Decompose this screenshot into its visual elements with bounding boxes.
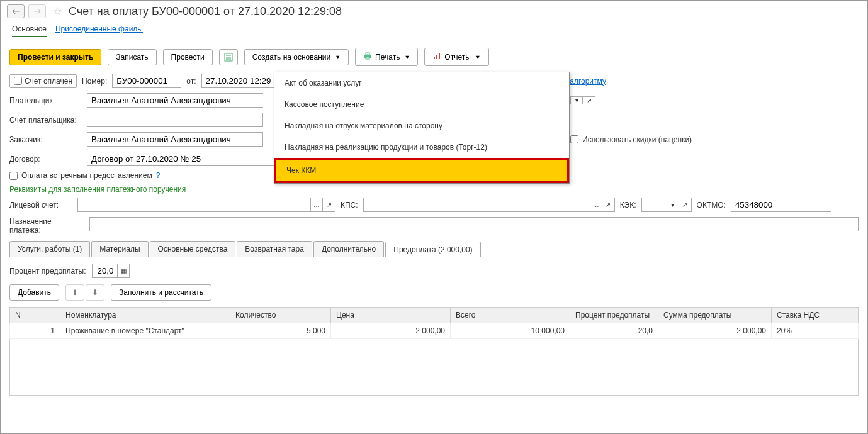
move-down-button[interactable]: ⬇: [86, 284, 104, 301]
cell-qty: 5,000: [230, 323, 331, 339]
help-icon[interactable]: ?: [156, 171, 161, 180]
fill-calc-button[interactable]: Заполнить и рассчитать: [111, 284, 211, 301]
dropdown-item-check-kkm[interactable]: Чек ККМ: [276, 160, 567, 181]
page-title: Счет на оплату БУ00-000001 от 27.10.2020…: [69, 5, 342, 18]
tab-prepayment[interactable]: Предоплата (2 000,00): [385, 242, 480, 257]
cell-price: 2 000,00: [331, 323, 451, 339]
move-up-button[interactable]: ⬆: [65, 284, 84, 301]
payer-account-field[interactable]: [87, 113, 263, 127]
prepayment-table: N Номенклатура Количество Цена Всего Про…: [9, 307, 859, 339]
oktmo-label: ОКТМО:: [697, 201, 726, 209]
nav-tab-attached[interactable]: Присоединенные файлы: [55, 25, 143, 37]
report-icon: [432, 52, 441, 62]
prepay-percent-field[interactable]: [92, 264, 117, 278]
kps-field[interactable]: [363, 198, 590, 212]
customer-label: Заказчик:: [9, 135, 82, 144]
date-label: от:: [186, 77, 196, 86]
dropdown-item-act[interactable]: Акт об оказании услуг: [274, 72, 569, 94]
nav-tab-main[interactable]: Основное: [12, 25, 47, 37]
payer-account-label: Счет плательщика:: [9, 116, 82, 125]
counter-payment-label: Оплата встречным предоставлением: [21, 171, 152, 180]
chevron-down-icon: ▼: [404, 54, 410, 60]
create-based-label: Создать на основании: [252, 53, 331, 62]
purpose-field[interactable]: [89, 217, 859, 231]
list-icon-button[interactable]: [219, 49, 238, 65]
use-discounts-checkbox[interactable]: [570, 135, 578, 143]
add-row-button[interactable]: Добавить: [9, 284, 59, 301]
payer2-dropdown-btn[interactable]: ▾: [570, 96, 583, 104]
th-nomenclature: Номенклатура: [60, 308, 230, 323]
svg-rect-5: [366, 53, 369, 55]
th-price: Цена: [331, 308, 451, 323]
requisites-header: Реквизиты для заполнения платежного пору…: [9, 185, 859, 194]
cell-vat: 20%: [772, 323, 859, 339]
la-open-btn[interactable]: ↗: [323, 198, 335, 212]
oktmo-field[interactable]: [731, 198, 831, 212]
tab-materials[interactable]: Материалы: [91, 241, 148, 257]
back-button[interactable]: 🡠: [7, 4, 25, 18]
kek-field[interactable]: [641, 198, 667, 212]
kek-label: КЭК:: [620, 201, 636, 209]
kps-open-btn[interactable]: ↗: [602, 198, 615, 212]
create-based-dropdown: Акт об оказании услуг Кассовое поступлен…: [274, 72, 570, 184]
dropdown-item-sales[interactable]: Накладная на реализацию продукции и това…: [274, 136, 569, 158]
th-total: Всего: [451, 308, 570, 323]
payer-field[interactable]: [87, 93, 263, 108]
cell-prepay-pct: 20,0: [570, 323, 658, 339]
date-field[interactable]: [201, 74, 277, 88]
reports-button[interactable]: Отчеты ▼: [424, 48, 488, 66]
favorite-icon[interactable]: ☆: [52, 4, 62, 18]
payer-label: Плательщик:: [9, 96, 82, 105]
svg-rect-6: [366, 57, 369, 59]
dropdown-item-material[interactable]: Накладная на отпуск материалов на сторон…: [274, 115, 569, 136]
kek-dropdown-btn[interactable]: ▾: [667, 198, 679, 212]
print-button[interactable]: Печать ▼: [355, 48, 418, 66]
dropdown-item-cash[interactable]: Кассовое поступление: [274, 94, 569, 115]
post-and-close-button[interactable]: Провести и закрыть: [9, 49, 101, 65]
th-n: N: [10, 308, 60, 323]
printer-icon: [363, 52, 372, 62]
use-discounts-label: Использовать скидки (наценки): [582, 135, 692, 144]
paid-label: Счет оплачен: [25, 77, 72, 86]
prepay-percent-label: Процент предоплаты:: [9, 267, 86, 275]
th-prepay-sum: Сумма предоплаты: [658, 308, 772, 323]
prepay-calc-btn[interactable]: ▦: [117, 264, 130, 278]
tab-assets[interactable]: Основные средства: [150, 241, 236, 257]
personal-account-label: Лицевой счет:: [9, 201, 72, 209]
kek-open-btn[interactable]: ↗: [679, 198, 692, 212]
table-row[interactable]: 1Проживание в номере "Стандарт"5,0002 00…: [10, 323, 859, 339]
svg-rect-9: [439, 53, 440, 59]
save-button[interactable]: Записать: [108, 49, 156, 65]
paid-checkbox-wrap[interactable]: Счет оплачен: [9, 74, 77, 88]
cell-n: 1: [10, 323, 60, 339]
tab-services[interactable]: Услуги, работы (1): [9, 241, 90, 257]
print-label: Печать: [375, 53, 400, 62]
customer-field[interactable]: [87, 132, 263, 147]
cell-total: 10 000,00: [451, 323, 570, 339]
tab-tare[interactable]: Возвратная тара: [237, 241, 312, 257]
cell-prepay-sum: 2 000,00: [658, 323, 772, 339]
number-label: Номер:: [82, 77, 107, 86]
purpose-label: Назначение платежа:: [9, 217, 84, 235]
personal-account-field[interactable]: [77, 198, 310, 212]
number-field[interactable]: [112, 74, 181, 88]
paid-checkbox[interactable]: [14, 77, 22, 85]
kps-more-btn[interactable]: …: [590, 198, 602, 212]
chevron-down-icon: ▼: [335, 54, 341, 60]
post-button[interactable]: Провести: [163, 49, 213, 65]
payer2-open-btn[interactable]: ↗: [583, 96, 595, 104]
th-vat: Ставка НДС: [772, 308, 859, 323]
reports-label: Отчеты: [444, 53, 470, 62]
tab-additional[interactable]: Дополнительно: [313, 241, 384, 257]
chevron-down-icon: ▼: [475, 54, 481, 60]
counter-payment-checkbox[interactable]: [9, 172, 18, 180]
create-based-button[interactable]: Создать на основании ▼: [244, 49, 349, 65]
cell-nomenclature: Проживание в номере "Стандарт": [60, 323, 230, 339]
svg-rect-7: [434, 57, 435, 59]
th-prepay-pct: Процент предоплаты: [570, 308, 658, 323]
la-more-btn[interactable]: …: [310, 198, 323, 212]
contract-label: Договор:: [9, 155, 82, 164]
forward-button[interactable]: 🡢: [28, 4, 46, 18]
svg-rect-8: [436, 55, 437, 59]
th-qty: Количество: [230, 308, 331, 323]
